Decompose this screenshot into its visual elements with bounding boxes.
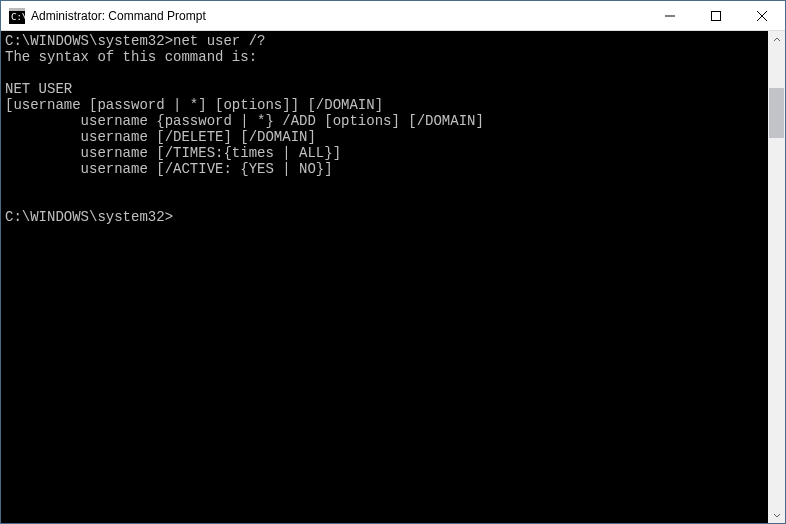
titlebar[interactable]: C:\ Administrator: Command Prompt: [1, 1, 785, 31]
scroll-track[interactable]: [768, 48, 785, 506]
scroll-thumb[interactable]: [769, 88, 784, 138]
command-input: net user /?: [173, 33, 265, 49]
output-line: username {password | *} /ADD [options] […: [5, 113, 768, 129]
close-icon: [757, 11, 767, 21]
svg-rect-4: [712, 11, 721, 20]
window-title: Administrator: Command Prompt: [31, 9, 647, 23]
output-line: [username [password | *] [options]] [/DO…: [5, 97, 768, 113]
window-controls: [647, 1, 785, 30]
prompt: C:\WINDOWS\system32>: [5, 33, 173, 49]
minimize-button[interactable]: [647, 1, 693, 30]
output-line: [5, 193, 768, 209]
output-line: username [/ACTIVE: {YES | NO}]: [5, 161, 768, 177]
output-line: NET USER: [5, 81, 768, 97]
output-line: username [/TIMES:{times | ALL}]: [5, 145, 768, 161]
terminal-output[interactable]: C:\WINDOWS\system32>net user /?The synta…: [1, 31, 768, 523]
output-line: [5, 65, 768, 81]
svg-text:C:\: C:\: [11, 12, 25, 22]
cmd-window: C:\ Administrator: Command Prompt: [0, 0, 786, 524]
chevron-up-icon: [773, 36, 781, 44]
prompt: C:\WINDOWS\system32>: [5, 209, 173, 225]
minimize-icon: [665, 11, 675, 21]
output-line: [5, 177, 768, 193]
client-area: C:\WINDOWS\system32>net user /?The synta…: [1, 31, 785, 523]
output-line: The syntax of this command is:: [5, 49, 768, 65]
maximize-button[interactable]: [693, 1, 739, 30]
output-line: username [/DELETE] [/DOMAIN]: [5, 129, 768, 145]
vertical-scrollbar[interactable]: [768, 31, 785, 523]
scroll-up-button[interactable]: [768, 31, 785, 48]
svg-rect-1: [9, 8, 25, 11]
scroll-down-button[interactable]: [768, 506, 785, 523]
maximize-icon: [711, 11, 721, 21]
close-button[interactable]: [739, 1, 785, 30]
cmd-icon: C:\: [9, 8, 25, 24]
chevron-down-icon: [773, 511, 781, 519]
